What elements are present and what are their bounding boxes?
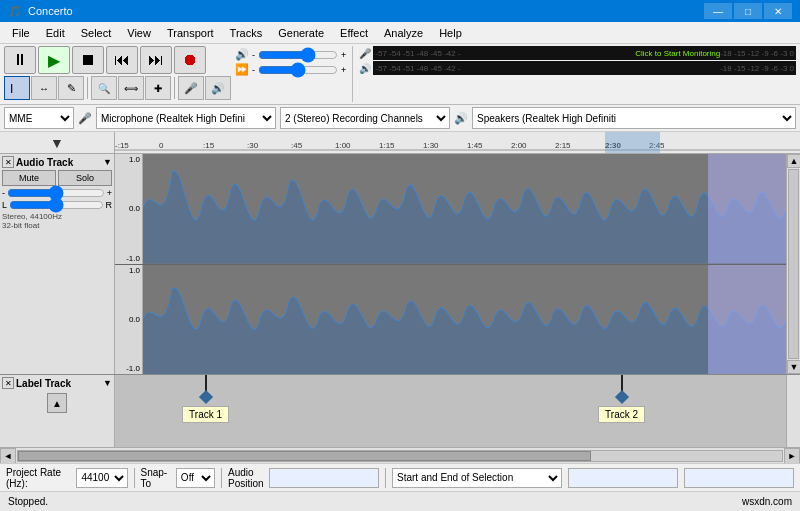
pan-slider[interactable] xyxy=(9,200,103,210)
track1-label-marker: Track 1 xyxy=(182,375,229,423)
skip-back-button[interactable]: ⏮ xyxy=(106,46,138,74)
status-row: Project Rate (Hz): 44100 Snap-To Off Aud… xyxy=(0,463,800,491)
play-button[interactable]: ▶ xyxy=(38,46,70,74)
menu-transport[interactable]: Transport xyxy=(159,25,222,41)
pencil-tool-button[interactable]: ✎ xyxy=(58,76,84,100)
menu-bar: File Edit Select View Transport Tracks G… xyxy=(0,22,800,44)
multitool-button[interactable]: ✚ xyxy=(145,76,171,100)
volume-icon: 🔊 xyxy=(235,48,249,61)
audio-position-label: Audio Position xyxy=(228,467,266,489)
project-rate-label: Project Rate (Hz): xyxy=(6,467,73,489)
svg-text:2:15: 2:15 xyxy=(555,141,571,150)
pause-button[interactable]: ⏸ xyxy=(4,46,36,74)
app-icon: 🎵 xyxy=(8,5,22,18)
input-meter-icon: 🎤 xyxy=(359,48,371,59)
menu-generate[interactable]: Generate xyxy=(270,25,332,41)
record-button[interactable]: ⏺ xyxy=(174,46,206,74)
speaker-select[interactable]: Speakers (Realtek High Definiti xyxy=(472,107,796,129)
audio-track-close-btn[interactable]: ✕ xyxy=(2,156,14,168)
svg-text:2:00: 2:00 xyxy=(511,141,527,150)
svg-text::30: :30 xyxy=(247,141,259,150)
skip-forward-button[interactable]: ⏭ xyxy=(140,46,172,74)
speaker-icon-button[interactable]: 🔊 xyxy=(205,76,231,100)
menu-tracks[interactable]: Tracks xyxy=(222,25,271,41)
svg-text:1:30: 1:30 xyxy=(423,141,439,150)
svg-text:I: I xyxy=(10,82,13,95)
svg-text:0: 0 xyxy=(159,141,164,150)
menu-file[interactable]: File xyxy=(4,25,38,41)
selection-tool-button[interactable]: I xyxy=(4,76,30,100)
mic-device-icon: 🎤 xyxy=(78,112,92,125)
label-track-content: Track 1 Track 2 xyxy=(115,375,786,447)
menu-effect[interactable]: Effect xyxy=(332,25,376,41)
label-track-header: ✕ Label Track ▼ ▲ xyxy=(0,375,115,447)
vu-scale-left: -57 -54 -51 -48 -45 -42 - xyxy=(375,49,635,58)
audio-track-header: ✕ Audio Track ▼ Mute Solo - + L R xyxy=(0,154,115,374)
label-track-row: ✕ Label Track ▼ ▲ Track 1 xyxy=(0,375,800,447)
label-track-dropdown[interactable]: ▼ xyxy=(103,378,112,388)
snap-to-select[interactable]: Off xyxy=(176,468,215,488)
menu-help[interactable]: Help xyxy=(431,25,470,41)
close-button[interactable]: ✕ xyxy=(764,3,792,19)
menu-analyze[interactable]: Analyze xyxy=(376,25,431,41)
selection-end-input[interactable]: 00 h 02 m 36,776 s xyxy=(684,468,794,488)
track1-label: Track 1 xyxy=(182,406,229,423)
channels-select[interactable]: 2 (Stereo) Recording Channels xyxy=(280,107,450,129)
audio-track-dropdown[interactable]: ▼ xyxy=(103,157,112,167)
menu-select[interactable]: Select xyxy=(73,25,120,41)
track2-label-marker: Track 2 xyxy=(598,375,645,423)
pan-left-label: L xyxy=(2,200,7,210)
pan-right-label: R xyxy=(106,200,113,210)
vu-click-to-monitor[interactable]: Click to Start Monitoring xyxy=(635,49,720,58)
gain-min-label: - xyxy=(2,188,5,198)
time-ruler: -:15 0 :15 :30 :45 1:00 1:15 1:30 1:45 2… xyxy=(115,132,800,153)
audio-position-input[interactable]: 00 h 02 m 23,653 s xyxy=(269,468,379,488)
scroll-left-btn[interactable]: ◄ xyxy=(0,448,16,464)
menu-edit[interactable]: Edit xyxy=(38,25,73,41)
solo-button[interactable]: Solo xyxy=(58,170,112,186)
minimize-button[interactable]: — xyxy=(704,3,732,19)
track2-label: Track 2 xyxy=(598,406,645,423)
mute-button[interactable]: Mute xyxy=(2,170,56,186)
v-scrollbar[interactable]: ▲ ▼ xyxy=(786,154,800,374)
maximize-button[interactable]: □ xyxy=(734,3,762,19)
speed-slider[interactable] xyxy=(258,64,338,76)
timeshift-tool-button[interactable]: ⟺ xyxy=(118,76,144,100)
snap-to-label: Snap-To xyxy=(141,467,173,489)
device-row: MME 🎤 Microphone (Realtek High Defini 2 … xyxy=(0,105,800,132)
selection-mode-select[interactable]: Start and End of Selection xyxy=(392,468,562,488)
scroll-right-btn[interactable]: ► xyxy=(784,448,800,464)
stopped-status: Stopped. xyxy=(8,496,48,507)
attribution: wsxdn.com xyxy=(742,496,792,507)
h-scrollbar-track[interactable] xyxy=(17,450,783,462)
vu-scale-right: -18 -15 -12 -9 -6 -3 0 xyxy=(720,49,794,58)
vu-output-scale-left: -57 -54 -51 -48 -45 -42 - xyxy=(375,64,720,73)
mic-icon-button[interactable]: 🎤 xyxy=(178,76,204,100)
gain-max-label: + xyxy=(107,188,112,198)
y-axis-top: 1.0 0.0 -1.0 xyxy=(115,154,143,264)
svg-rect-19 xyxy=(708,265,786,375)
volume-slider[interactable] xyxy=(258,49,338,61)
label-track-close-btn[interactable]: ✕ xyxy=(2,377,14,389)
app-title: Concerto xyxy=(28,5,73,17)
svg-rect-17 xyxy=(708,154,786,264)
stop-button[interactable]: ⏹ xyxy=(72,46,104,74)
bottom-status-bar: Stopped. wsxdn.com xyxy=(0,491,800,511)
project-rate-select[interactable]: 44100 xyxy=(76,468,127,488)
menu-view[interactable]: View xyxy=(119,25,159,41)
svg-text:-:15: -:15 xyxy=(115,141,129,150)
audio-interface-select[interactable]: MME xyxy=(4,107,74,129)
h-scrollbar[interactable]: ◄ ► xyxy=(0,447,800,463)
svg-text:1:45: 1:45 xyxy=(467,141,483,150)
zoom-tool-button[interactable]: 🔍 xyxy=(91,76,117,100)
title-bar: 🎵 Concerto — □ ✕ xyxy=(0,0,800,22)
speed-icon: ⏩ xyxy=(235,63,249,76)
h-scrollbar-thumb[interactable] xyxy=(18,451,591,461)
envelope-tool-button[interactable]: ↔ xyxy=(31,76,57,100)
y-axis-bottom: 1.0 0.0 -1.0 xyxy=(115,265,143,375)
track-format-info: Stereo, 44100Hz 32-bit float xyxy=(2,212,112,230)
selection-start-input[interactable]: 00 h 02 m 23,653 s xyxy=(568,468,678,488)
microphone-select[interactable]: Microphone (Realtek High Defini xyxy=(96,107,276,129)
label-collapse-btn[interactable]: ▲ xyxy=(47,393,67,413)
audio-track-name: Audio Track xyxy=(16,157,101,168)
